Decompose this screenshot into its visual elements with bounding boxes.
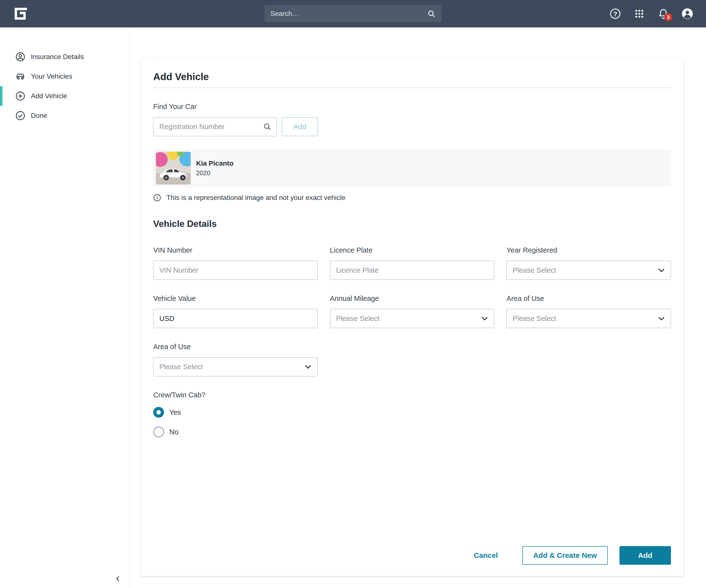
global-search[interactable]	[265, 5, 441, 22]
notifications-button[interactable]: 3	[658, 8, 669, 19]
registration-input-wrap	[153, 117, 277, 136]
vehicle-year: 2020	[196, 169, 233, 177]
area-of-use-field-2: Area of Use Please Select	[153, 343, 318, 376]
vehicle-value-input[interactable]	[153, 309, 318, 328]
radio-yes[interactable]	[153, 407, 164, 418]
help-icon: ?	[610, 8, 621, 19]
vin-number-input[interactable]	[153, 261, 318, 280]
notification-badge: 3	[664, 13, 672, 21]
area-of-use-value-2: Please Select	[159, 363, 203, 371]
annual-mileage-field: Annual Mileage Please Select	[330, 294, 495, 328]
add-button[interactable]: Add	[620, 546, 671, 565]
vehicle-result-text: Kia Picanto 2020	[196, 160, 233, 177]
search-input[interactable]	[270, 10, 427, 17]
area-of-use-select[interactable]: Please Select	[506, 309, 671, 328]
chevron-down-icon	[305, 365, 312, 369]
registration-input[interactable]	[153, 117, 277, 136]
add-create-new-button[interactable]: Add & Create New	[522, 546, 608, 565]
chevron-down-icon	[658, 268, 665, 272]
section-divider	[153, 88, 671, 88]
registration-search-icon[interactable]	[263, 123, 271, 131]
cancel-button[interactable]: Cancel	[474, 551, 498, 559]
topbar: ? 3	[0, 0, 706, 28]
area-of-use-label-2: Area of Use	[153, 343, 318, 351]
crew-cab-option-yes[interactable]: Yes	[153, 407, 671, 418]
representational-disclaimer: This is a representational image and not…	[153, 194, 671, 202]
licence-plate-input[interactable]	[330, 261, 495, 280]
vehicle-name: Kia Picanto	[196, 160, 233, 167]
annual-mileage-value: Please Select	[336, 314, 380, 323]
area-of-use-field: Area of Use Please Select	[506, 294, 671, 328]
radio-yes-label: Yes	[169, 409, 181, 417]
vehicle-image	[156, 152, 191, 184]
add-vehicle-card: Add Vehicle Find Your Car Add	[141, 57, 683, 576]
sidebar-item-label: Insurance Details	[31, 53, 84, 61]
annual-mileage-select[interactable]: Please Select	[330, 309, 495, 328]
apps-grid-icon	[634, 9, 644, 19]
app-logo[interactable]	[13, 7, 28, 21]
vehicle-value-label: Vehicle Value	[153, 294, 318, 303]
crew-cab-label: Crew/Twin Cab?	[153, 391, 671, 399]
main-content: Add Vehicle Find Your Car Add	[130, 28, 706, 588]
sidebar-collapse-button[interactable]	[113, 573, 123, 584]
avatar-icon	[681, 8, 693, 20]
car-icon	[15, 71, 26, 82]
topbar-actions: ? 3	[610, 8, 693, 19]
check-circle-icon	[15, 111, 26, 121]
sidebar-item-add-vehicle[interactable]: Add Vehicle	[0, 86, 130, 106]
year-registered-label: Year Registered	[506, 246, 671, 254]
area-of-use-value: Please Select	[513, 314, 556, 323]
area-of-use-label: Area of Use	[506, 294, 671, 303]
radio-no-label: No	[169, 428, 179, 436]
chevron-down-icon	[658, 316, 665, 321]
year-registered-field: Year Registered Please Select	[506, 246, 671, 280]
year-registered-select[interactable]: Please Select	[506, 261, 671, 280]
plus-circle-icon	[15, 91, 26, 101]
find-your-car-row: Add	[153, 117, 671, 136]
vin-number-field: VIN Number	[153, 246, 318, 280]
disclaimer-text: This is a representational image and not…	[166, 194, 345, 202]
apps-button[interactable]	[633, 8, 645, 19]
card-footer: Cancel Add & Create New Add	[153, 546, 671, 565]
annual-mileage-label: Annual Mileage	[330, 294, 495, 303]
account-button[interactable]	[681, 8, 693, 19]
crew-cab-option-no[interactable]: No	[153, 426, 671, 437]
search-icon[interactable]	[427, 9, 436, 18]
person-icon	[15, 52, 26, 62]
licence-plate-label: Licence Plate	[330, 246, 495, 254]
radio-no[interactable]	[153, 426, 164, 437]
sidebar-item-label: Done	[31, 112, 47, 120]
add-registration-button[interactable]: Add	[282, 117, 318, 136]
app-logo-icon	[13, 7, 28, 21]
chevron-down-icon	[481, 316, 488, 321]
svg-text:?: ?	[613, 10, 617, 17]
sidebar-item-label: Your Vehicles	[31, 73, 72, 80]
info-icon	[153, 194, 161, 202]
page-title: Add Vehicle	[153, 71, 671, 82]
vehicle-result-row[interactable]: Kia Picanto 2020	[153, 150, 671, 186]
find-your-car-label: Find Your Car	[153, 103, 671, 111]
chevron-left-icon	[114, 575, 122, 582]
vin-number-label: VIN Number	[153, 246, 318, 254]
vehicle-value-field: Vehicle Value	[153, 294, 318, 328]
sidebar-item-your-vehicles[interactable]: Your Vehicles	[0, 67, 130, 86]
year-registered-value: Please Select	[513, 266, 556, 275]
help-button[interactable]: ?	[610, 8, 621, 19]
licence-plate-field: Licence Plate	[330, 246, 495, 280]
sidebar-item-label: Add Vehicle	[31, 92, 67, 100]
sidebar-item-insurance-details[interactable]: Insurance Details	[0, 47, 130, 67]
vehicle-details-form: VIN Number Licence Plate Year Registered…	[153, 246, 671, 376]
sidebar-item-done[interactable]: Done	[0, 106, 130, 125]
vehicle-details-heading: Vehicle Details	[153, 219, 671, 229]
sidebar: Insurance Details Your Vehicles Add Vehi…	[0, 28, 130, 588]
area-of-use-select-2[interactable]: Please Select	[153, 357, 318, 376]
